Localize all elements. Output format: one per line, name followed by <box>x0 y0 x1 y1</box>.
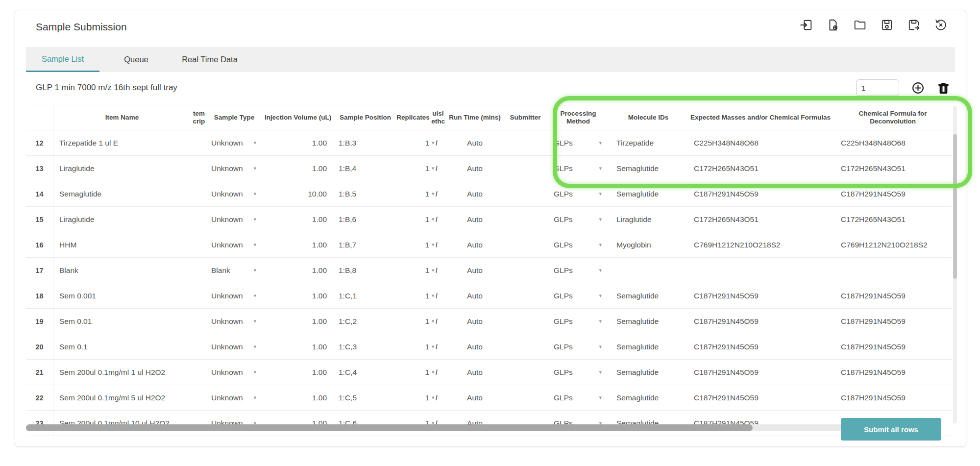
cell-sample-type[interactable]: Unknown▾ <box>207 130 261 155</box>
cell-molecule-ids[interactable] <box>610 258 687 283</box>
reset-history-icon[interactable] <box>934 18 947 31</box>
cell-processing-method[interactable]: GLPs▾ <box>547 411 610 436</box>
cell-sample-type[interactable]: Unknown▾ <box>207 360 261 385</box>
cell-replicates[interactable]: 1 <box>396 385 430 410</box>
cell-molecule-ids[interactable]: Semaglutide <box>610 283 687 308</box>
cell-submitter[interactable] <box>504 283 547 308</box>
cell-sample-position[interactable]: 1:B,5 <box>335 181 396 206</box>
cell-molecule-ids[interactable]: Semaglutide <box>610 334 687 359</box>
save-as-icon[interactable] <box>907 18 920 31</box>
cell-molecule-ids[interactable]: Liraglutide <box>610 207 687 232</box>
cell-item-name[interactable]: Sem 0.01 <box>53 309 191 334</box>
cell-item-description[interactable] <box>191 207 207 232</box>
cell-molecule-ids[interactable]: Semaglutide <box>610 385 687 410</box>
cell-acquisition-method[interactable]: ▾ <box>430 207 446 232</box>
cell-run-time[interactable]: Auto <box>446 385 504 410</box>
cell-item-description[interactable] <box>191 258 207 283</box>
cell-injection-volume[interactable]: 1.00 <box>261 130 335 155</box>
cell-processing-method[interactable]: GLPs▾ <box>547 181 610 206</box>
cell-sample-position[interactable]: 1:C,6 <box>335 411 396 436</box>
cell-item-name[interactable]: Blank <box>53 258 191 283</box>
cell-sample-type[interactable]: Unknown▾ <box>207 334 261 359</box>
cell-replicates[interactable]: 1 <box>396 181 430 206</box>
cell-injection-volume[interactable]: 10.00 <box>261 181 335 206</box>
cell-run-time[interactable]: Auto <box>446 156 504 181</box>
submit-all-rows-button[interactable]: Submit all rows <box>841 418 941 441</box>
cell-replicates[interactable]: 1 <box>396 360 430 385</box>
import-icon[interactable] <box>799 18 812 31</box>
cell-injection-volume[interactable]: 1.00 <box>261 309 335 334</box>
cell-processing-method[interactable]: GLPs▾ <box>547 232 610 257</box>
cell-molecule-ids[interactable]: Semaglutide <box>610 411 687 436</box>
cell-expected-masses[interactable]: C187H291N45O59 <box>687 334 834 359</box>
cell-sample-position[interactable]: 1:C,2 <box>335 309 396 334</box>
cell-injection-volume[interactable]: 1.00 <box>261 360 335 385</box>
cell-submitter[interactable] <box>504 334 547 359</box>
cell-item-name[interactable]: Sem 200ul 0.1mg/ml 5 ul H2O2 <box>53 385 191 410</box>
cell-sample-position[interactable]: 1:B,8 <box>335 258 396 283</box>
cell-sample-position[interactable]: 1:C,1 <box>335 283 396 308</box>
open-folder-icon[interactable] <box>853 18 866 31</box>
cell-processing-method[interactable]: GLPs▾ <box>547 360 610 385</box>
cell-injection-volume[interactable]: 1.00 <box>261 156 335 181</box>
cell-processing-method[interactable]: GLPs▾ <box>547 385 610 410</box>
cell-acquisition-method[interactable]: ▾ <box>430 411 446 436</box>
horizontal-scrollbar[interactable] <box>26 424 936 431</box>
cell-submitter[interactable] <box>504 385 547 410</box>
cell-item-description[interactable] <box>191 181 207 206</box>
cell-acquisition-method[interactable]: ▾ <box>430 309 446 334</box>
cell-expected-masses[interactable]: C187H291N45O59 <box>687 360 834 385</box>
cell-deconvolution-formula[interactable]: C187H291N45O59 <box>834 385 952 410</box>
cell-submitter[interactable] <box>504 181 547 206</box>
cell-item-name[interactable]: Liraglutide <box>53 156 191 181</box>
cell-item-name[interactable]: HHM <box>53 232 191 257</box>
cell-expected-masses[interactable]: C187H291N45O59 <box>687 385 834 410</box>
cell-deconvolution-formula[interactable]: C187H291N45O59 <box>834 360 952 385</box>
cell-run-time[interactable]: Auto <box>446 207 504 232</box>
cell-deconvolution-formula[interactable]: C225H348N48O68 <box>834 130 952 155</box>
cell-processing-method[interactable]: GLPs▾ <box>547 156 610 181</box>
cell-replicates[interactable]: 1 <box>396 232 430 257</box>
cell-expected-masses[interactable]: C187H291N45O59 <box>687 283 834 308</box>
cell-acquisition-method[interactable]: ▾ <box>430 156 446 181</box>
cell-processing-method[interactable]: GLPs▾ <box>547 207 610 232</box>
tab-queue[interactable]: Queue <box>99 47 173 72</box>
cell-injection-volume[interactable]: 1.00 <box>261 385 335 410</box>
cell-run-time[interactable]: Auto <box>446 360 504 385</box>
cell-sample-position[interactable]: 1:B,4 <box>335 156 396 181</box>
cell-sample-position[interactable]: 1:B,7 <box>335 232 396 257</box>
cell-processing-method[interactable]: GLPs▾ <box>547 258 610 283</box>
cell-expected-masses[interactable]: C225H348N48O68 <box>687 130 834 155</box>
cell-sample-position[interactable]: 1:B,6 <box>335 207 396 232</box>
cell-expected-masses[interactable]: C187H291N45O59 <box>687 309 834 334</box>
cell-item-description[interactable] <box>191 283 207 308</box>
cell-processing-method[interactable]: GLPs▾ <box>547 130 610 155</box>
cell-acquisition-method[interactable]: ▾ <box>430 334 446 359</box>
cell-submitter[interactable] <box>504 156 547 181</box>
cell-sample-type[interactable]: Unknown▾ <box>207 309 261 334</box>
cell-replicates[interactable]: 1 <box>396 283 430 308</box>
cell-item-name[interactable]: Sem 0.001 <box>53 283 191 308</box>
cell-molecule-ids[interactable]: Semaglutide <box>610 360 687 385</box>
cell-acquisition-method[interactable]: ▾ <box>430 232 446 257</box>
cell-molecule-ids[interactable]: Semaglutide <box>610 156 687 181</box>
cell-run-time[interactable]: Auto <box>446 232 504 257</box>
cell-sample-type[interactable]: Unknown▾ <box>207 385 261 410</box>
cell-sample-type[interactable]: Unknown▾ <box>207 181 261 206</box>
cell-deconvolution-formula[interactable]: C187H291N45O59 <box>834 283 952 308</box>
cell-item-description[interactable] <box>191 232 207 257</box>
cell-item-name[interactable]: Semaglutide <box>53 181 191 206</box>
cell-run-time[interactable]: Auto <box>446 181 504 206</box>
cell-deconvolution-formula[interactable]: C172H265N43O51 <box>834 207 952 232</box>
cell-run-time[interactable]: Auto <box>446 309 504 334</box>
cell-replicates[interactable]: 1 <box>396 258 430 283</box>
cell-submitter[interactable] <box>504 130 547 155</box>
cell-sample-position[interactable]: 1:C,3 <box>335 334 396 359</box>
add-rows-count-input[interactable] <box>856 79 899 96</box>
cell-item-description[interactable] <box>191 334 207 359</box>
horizontal-scrollbar-thumb[interactable] <box>26 424 753 431</box>
cell-deconvolution-formula[interactable]: C172H265N43O51 <box>834 156 952 181</box>
cell-acquisition-method[interactable]: ▾ <box>430 385 446 410</box>
cell-deconvolution-formula[interactable]: C187H291N45O59 <box>834 334 952 359</box>
cell-processing-method[interactable]: GLPs▾ <box>547 309 610 334</box>
